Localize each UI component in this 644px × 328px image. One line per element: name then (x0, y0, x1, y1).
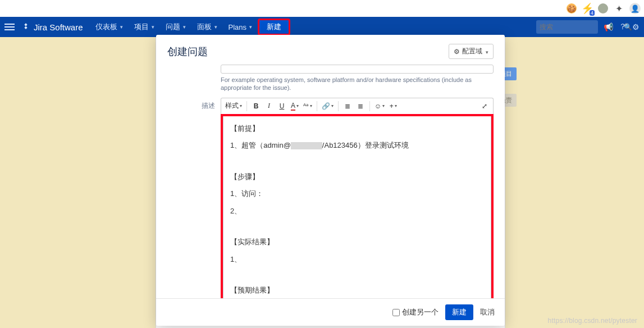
environment-hint: For example operating system, software p… (221, 76, 494, 92)
search-input[interactable]: 🔍 (536, 20, 598, 34)
redacted-text (291, 142, 322, 149)
create-another-input[interactable] (392, 309, 400, 316)
bullet-list-button[interactable]: ≣ (341, 100, 354, 112)
nav-plans[interactable]: Plans (224, 20, 257, 34)
feedback-icon[interactable]: 📢 (604, 22, 613, 31)
numbered-list-button[interactable]: ≣ (354, 100, 367, 112)
separator (338, 101, 339, 111)
description-label: 描述 (167, 98, 221, 111)
modal-title: 创建问题 (167, 45, 208, 58)
extension-icon[interactable]: ⚡4 (582, 3, 592, 13)
chevron-down-icon (485, 48, 488, 56)
browser-chrome-bar: 🍪 ⚡4 ✦ 👤 (0, 0, 644, 17)
badge-count: 4 (590, 10, 595, 16)
jira-logo[interactable]: Jira Software (21, 22, 83, 32)
expand-icon[interactable]: ⤢ (478, 100, 491, 112)
extensions-icon[interactable]: ✦ (614, 3, 624, 13)
more-text-button[interactable]: ᴬᵃ (302, 100, 314, 112)
extension-icon[interactable]: 🍪 (567, 3, 577, 13)
cancel-button[interactable]: 取消 (480, 307, 495, 317)
submit-create-button[interactable]: 新建 (445, 304, 473, 320)
editor-toolbar: 样式 B I U A ᴬᵃ 🔗 ≣ ≣ ☺ + ⤢ (221, 98, 494, 114)
field-label-empty (167, 65, 221, 68)
separator (246, 101, 247, 111)
separator (369, 101, 370, 111)
description-editor[interactable]: 【前提】 1、超管（admin@/Ab123456）登录测试环境 【步骤】 1、… (223, 116, 491, 298)
emoji-button[interactable]: ☺ (373, 100, 386, 112)
section-heading: 【前提】 (230, 122, 484, 136)
create-issue-modal: 创建问题 ⚙ 配置域 For example operating system,… (156, 35, 505, 326)
modal-header: 创建问题 ⚙ 配置域 (156, 35, 505, 65)
help-icon[interactable]: ？ (619, 22, 627, 32)
styles-dropdown[interactable]: 样式 (223, 100, 244, 112)
brand-text: Jira Software (34, 22, 83, 32)
settings-icon[interactable]: ⚙ (632, 22, 640, 31)
editor-highlight-box: 【前提】 1、超管（admin@/Ab123456）登录测试环境 【步骤】 1、… (221, 114, 494, 298)
text-color-button[interactable]: A (289, 100, 301, 112)
create-another-checkbox[interactable]: 创建另一个 (392, 307, 439, 317)
app-switcher-icon[interactable] (4, 24, 15, 30)
configure-fields-button[interactable]: ⚙ 配置域 (449, 44, 494, 59)
profile-avatar-icon[interactable]: 👤 (629, 3, 641, 14)
jira-top-nav: Jira Software 仪表板 项目 问题 面板 Plans 新建 🔍 📢 … (0, 17, 644, 37)
italic-button[interactable]: I (263, 100, 275, 112)
insert-button[interactable]: + (387, 100, 399, 112)
create-button[interactable]: 新建 (259, 20, 289, 34)
nav-dashboards[interactable]: 仪表板 (91, 20, 127, 34)
main-nav: 仪表板 项目 问题 面板 Plans 新建 (91, 20, 290, 34)
environment-field-row: For example operating system, software p… (167, 65, 494, 92)
gear-icon: ⚙ (454, 48, 460, 56)
nav-projects[interactable]: 项目 (130, 20, 159, 34)
editor-line: 1、访问： (230, 187, 484, 201)
section-heading: 【实际结果】 (230, 235, 484, 249)
nav-boards[interactable]: 面板 (193, 20, 222, 34)
editor-line: 1、 (230, 253, 484, 267)
modal-body[interactable]: For example operating system, software p… (156, 65, 505, 298)
nav-right: 🔍 📢 ？ ⚙ (536, 20, 640, 34)
separator (317, 101, 317, 111)
environment-textarea[interactable] (221, 65, 494, 74)
underline-button[interactable]: U (276, 100, 288, 112)
section-heading: 【步骤】 (230, 170, 484, 184)
section-heading: 【预期结果】 (230, 284, 484, 298)
editor-line: 1、超管（admin@/Ab123456）登录测试环境 (230, 139, 484, 153)
modal-footer: 创建另一个 新建 取消 (156, 298, 505, 326)
bold-button[interactable]: B (250, 100, 262, 112)
description-field-row: 描述 样式 B I U A ᴬᵃ 🔗 ≣ ≣ ☺ + (167, 98, 494, 298)
nav-issues[interactable]: 问题 (161, 20, 190, 34)
editor-line: 2、 (230, 204, 484, 218)
link-button[interactable]: 🔗 (320, 100, 335, 112)
extension-icon[interactable] (598, 3, 608, 13)
